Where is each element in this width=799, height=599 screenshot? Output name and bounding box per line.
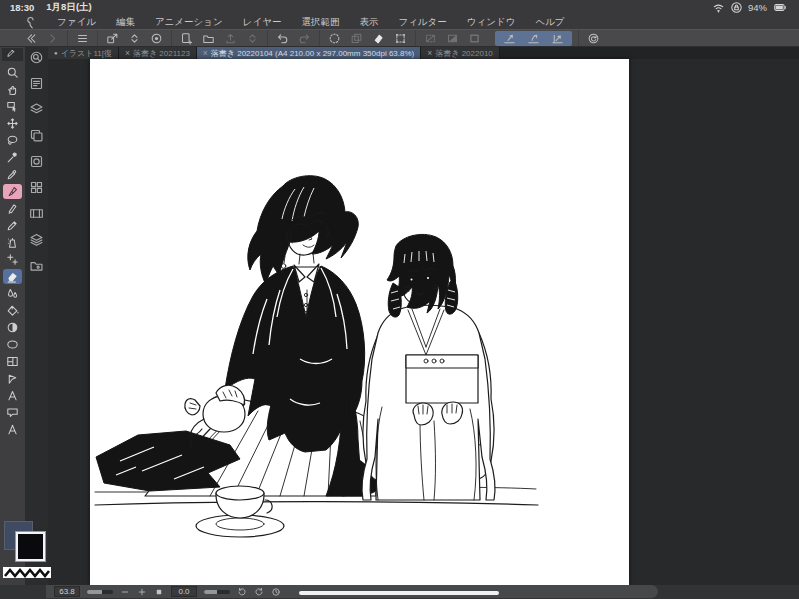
selection-launcher-button[interactable] <box>328 32 341 45</box>
ruler-tool[interactable] <box>3 422 22 437</box>
rotate-ccw-button[interactable] <box>237 587 247 597</box>
auto-select-tool[interactable] <box>3 150 22 165</box>
menu-item[interactable]: ファイル <box>47 16 106 27</box>
document-tab[interactable]: ×落書き 20220104 (A4 210.00 x 297.00mm 350d… <box>197 47 421 59</box>
current-tool-indicator[interactable] <box>2 48 23 61</box>
snap-curve-button[interactable] <box>527 32 540 45</box>
eyedropper-tool[interactable] <box>3 167 22 182</box>
brush-tool[interactable] <box>3 201 22 216</box>
layers-palette-button[interactable] <box>29 232 44 247</box>
pencil-tool[interactable] <box>3 218 22 233</box>
frame-tool[interactable] <box>3 354 22 369</box>
layer-move-button[interactable] <box>350 32 363 45</box>
pen-tool[interactable] <box>3 184 22 199</box>
command-bar <box>0 29 799 47</box>
app-logo-icon[interactable] <box>24 16 37 29</box>
tool-property-palette-button[interactable] <box>29 76 44 91</box>
open-panel-button[interactable] <box>106 32 119 45</box>
operate-tool[interactable] <box>3 99 22 114</box>
selection-border-icon <box>468 32 481 45</box>
balloon-tool[interactable] <box>3 405 22 420</box>
snap-ruler-button[interactable] <box>503 32 516 45</box>
menu-item[interactable]: ヘルプ <box>525 16 574 27</box>
open-file-button[interactable] <box>202 32 215 45</box>
snap-curve-icon <box>527 32 540 45</box>
menu-item[interactable]: ウィンドウ <box>457 16 526 27</box>
materials-palette-button[interactable] <box>29 258 44 273</box>
color-set-palette-button[interactable] <box>29 180 44 195</box>
move-tool[interactable] <box>3 116 22 131</box>
zoom-out-button[interactable] <box>120 587 130 597</box>
line-correct-tool[interactable] <box>3 371 22 386</box>
decoration-tool[interactable] <box>3 252 22 267</box>
zoom-in-button[interactable] <box>137 587 147 597</box>
eraser-icon <box>6 270 19 283</box>
figure-tool[interactable] <box>3 337 22 352</box>
airbrush-tool[interactable] <box>3 235 22 250</box>
tab-close-button[interactable]: × <box>125 48 130 58</box>
expand-collapse-button[interactable] <box>128 32 141 45</box>
tab-close-button[interactable]: × <box>427 48 432 58</box>
brush-shape-palette-button[interactable] <box>29 128 44 143</box>
zoom-tool[interactable] <box>3 65 22 80</box>
minus-icon <box>120 587 130 597</box>
deselect-button[interactable] <box>424 32 437 45</box>
text-tool[interactable] <box>3 388 22 403</box>
rotate-cw-button[interactable] <box>254 587 264 597</box>
save-export-button[interactable] <box>224 32 237 45</box>
tab-close-button[interactable]: × <box>203 48 208 58</box>
preview-button[interactable] <box>150 32 163 45</box>
layer-move-icon <box>350 32 363 45</box>
plus-icon <box>137 587 147 597</box>
forward-chevron-icon <box>46 32 59 45</box>
eraser-tool[interactable] <box>3 269 22 284</box>
new-canvas-button[interactable] <box>180 32 193 45</box>
undo-button[interactable] <box>276 32 289 45</box>
tab-label: 落書き 2021123 <box>133 48 190 59</box>
clock: 18:30 <box>10 2 34 13</box>
home-indicator[interactable] <box>299 591 499 595</box>
navigator-palette-button[interactable] <box>29 154 44 169</box>
document-tab[interactable]: ●イラスト11[復 <box>48 47 119 59</box>
menu-item[interactable]: フィルター <box>388 16 456 27</box>
forward-chevron-button[interactable] <box>46 32 59 45</box>
zoom-value[interactable]: 63.8 <box>54 586 80 597</box>
fit-screen-button[interactable] <box>154 587 164 597</box>
menu-item[interactable]: レイヤー <box>233 16 292 27</box>
main-menu-button[interactable] <box>76 32 89 45</box>
quick-access-palette-button[interactable] <box>29 50 44 65</box>
sub-color-swatch[interactable] <box>18 534 43 559</box>
blend-button[interactable] <box>372 32 385 45</box>
gradient-tool[interactable] <box>3 320 22 335</box>
menu-item[interactable]: 選択範囲 <box>291 16 349 27</box>
transparent-color-swatch[interactable] <box>3 567 51 578</box>
invert-selection-button[interactable] <box>446 32 459 45</box>
menu-item[interactable]: アニメーション <box>145 16 233 27</box>
blend-tool-tool[interactable] <box>3 286 22 301</box>
rotation-value[interactable]: 0.0 <box>171 586 197 597</box>
zoom-slider[interactable] <box>87 590 113 594</box>
redo-button[interactable] <box>298 32 311 45</box>
brush-shape-icon <box>29 128 44 143</box>
document-tab[interactable]: ×落書き 2022010 <box>421 47 500 59</box>
expand-collapse-2-button[interactable] <box>246 32 259 45</box>
lasso-tool[interactable] <box>3 133 22 148</box>
command-group <box>415 30 489 46</box>
snap-angle-button[interactable] <box>551 32 564 45</box>
sub-tool-palette-button[interactable] <box>29 102 44 117</box>
selection-border-button[interactable] <box>468 32 481 45</box>
menu-item[interactable]: 編集 <box>106 16 145 27</box>
rotation-slider[interactable] <box>204 590 230 594</box>
hand-tool[interactable] <box>3 82 22 97</box>
canvas-artwork[interactable] <box>90 59 629 585</box>
transform-button[interactable] <box>394 32 407 45</box>
timeline-palette-button[interactable] <box>29 206 44 221</box>
document-tab[interactable]: ×落書き 2021123 <box>119 47 197 59</box>
fill-tool[interactable] <box>3 303 22 318</box>
canvas-page[interactable] <box>90 59 629 585</box>
back-chevrons-button[interactable] <box>24 32 37 45</box>
modified-dot: ● <box>54 50 58 56</box>
rotate-reset-button[interactable] <box>587 32 600 45</box>
menu-item[interactable]: 表示 <box>349 16 388 27</box>
reset-rotation-button[interactable] <box>271 587 281 597</box>
